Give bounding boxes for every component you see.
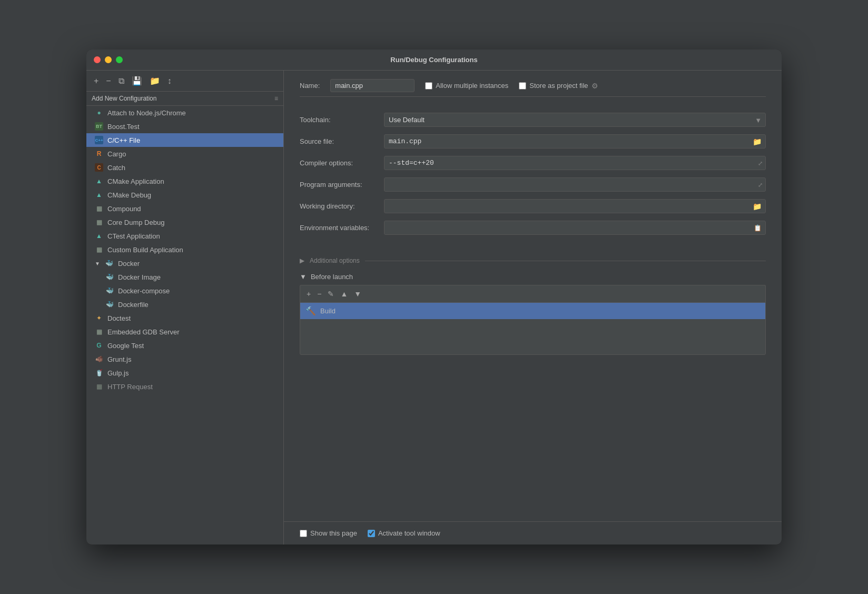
sidebar-item-doctest[interactable]: ✦ Doctest (86, 311, 283, 325)
program-args-control: ⤢ (384, 177, 766, 192)
toolchain-label: Toolchain: (300, 116, 384, 124)
program-args-expand-icon[interactable]: ⤢ (758, 181, 763, 188)
store-project-checkbox[interactable] (519, 82, 526, 90)
node-icon: ● (95, 108, 103, 117)
close-button[interactable] (94, 56, 101, 63)
sidebar-item-docker[interactable]: ▼ 🐳 Docker (86, 256, 283, 270)
sidebar-item-label: Attach to Node.js/Chrome (107, 109, 186, 117)
maximize-button[interactable] (116, 56, 123, 63)
sort-button[interactable]: ↕ (165, 75, 174, 87)
name-input[interactable]: main.cpp (330, 79, 415, 92)
gulp-icon: 🥤 (95, 369, 103, 377)
sidebar-item-label: HTTP Request (107, 383, 153, 391)
sidebar-item-label: Docker-compose (118, 287, 170, 295)
activate-window-group: Activate tool window (368, 529, 440, 537)
program-args-row: Program arguments: ⤢ (300, 177, 766, 192)
working-dir-label: Working directory: (300, 202, 384, 210)
store-project-label: Store as project file (529, 82, 588, 90)
toolchain-select-wrapper: Use Default ▼ (384, 113, 766, 127)
grunt-icon: 🐗 (95, 355, 103, 363)
sidebar-item-google-test[interactable]: G Google Test (86, 339, 283, 352)
add-config-button[interactable]: + (92, 75, 101, 87)
sidebar-item-cpp-file[interactable]: C++ C/C++ File (86, 133, 283, 147)
sidebar-item-dockerfile[interactable]: 🐳 Dockerfile (86, 298, 283, 311)
folder-button[interactable]: 📁 (147, 75, 162, 87)
sidebar-item-cargo[interactable]: R Cargo (86, 147, 283, 161)
form-section: Toolchain: Use Default ▼ Source file: (284, 102, 782, 253)
sidebar-item-custom-build[interactable]: ▦ Custom Build Application (86, 243, 283, 256)
source-file-row: Source file: 📁 (300, 134, 766, 148)
boost-icon: BT (95, 122, 103, 131)
compiler-options-input[interactable] (384, 156, 766, 170)
activate-window-checkbox[interactable] (368, 530, 375, 537)
bl-edit-button[interactable]: ✎ (326, 289, 336, 299)
core-dump-icon: ▦ (95, 218, 103, 226)
name-label: Name: (300, 82, 320, 90)
bl-up-button[interactable]: ▲ (338, 289, 350, 299)
cmake-icon: ▲ (95, 177, 103, 185)
show-page-checkbox[interactable] (300, 530, 307, 537)
allow-multiple-checkbox[interactable] (425, 82, 432, 90)
program-args-input[interactable] (384, 177, 766, 192)
sidebar-item-catch[interactable]: C Catch (86, 161, 283, 174)
docker-image-icon: 🐳 (105, 273, 114, 281)
docker-icon: 🐳 (105, 259, 114, 268)
sidebar-item-attach-node[interactable]: ● Attach to Node.js/Chrome (86, 106, 283, 120)
sidebar-item-embedded-gdb[interactable]: ▦ Embedded GDB Server (86, 325, 283, 339)
sidebar-item-compound[interactable]: ▦ Compound (86, 202, 283, 215)
save-config-button[interactable]: 💾 (130, 75, 144, 87)
sidebar-item-cmake-app[interactable]: ▲ CMake Application (86, 174, 283, 188)
working-dir-browse-icon[interactable]: 📁 (753, 202, 762, 211)
before-launch-header[interactable]: ▼ Before launch (300, 269, 766, 285)
sidebar-item-grunt[interactable]: 🐗 Grunt.js (86, 352, 283, 366)
env-vars-input[interactable] (384, 221, 766, 235)
gear-icon[interactable]: ⚙ (591, 82, 598, 90)
env-vars-row: Environment variables: 📋 (300, 221, 766, 235)
sidebar-item-ctest[interactable]: ▲ CTest Application (86, 229, 283, 243)
divider-1 (300, 96, 766, 97)
sidebar-item-label: CMake Application (107, 177, 164, 185)
bl-add-button[interactable]: + (304, 289, 313, 299)
minimize-button[interactable] (105, 56, 112, 63)
sidebar-filter-icon[interactable]: ≡ (274, 95, 278, 102)
working-dir-input[interactable] (384, 199, 766, 213)
sidebar-item-label: Google Test (107, 342, 144, 350)
docker-chevron: ▼ (95, 261, 100, 266)
source-file-input[interactable] (384, 134, 766, 148)
sidebar-item-gulp[interactable]: 🥤 Gulp.js (86, 366, 283, 380)
additional-options-arrow: ▶ (300, 257, 304, 264)
before-launch-label: Before launch (311, 273, 353, 281)
bl-down-button[interactable]: ▼ (352, 289, 363, 299)
sidebar-item-boost-test[interactable]: BT Boost.Test (86, 120, 283, 133)
cmake-debug-icon: ▲ (95, 191, 103, 199)
sidebar-header-label: Add New Configuration (92, 95, 156, 102)
sidebar: + − ⧉ 💾 📁 ↕ Add New Configuration ≡ ● At… (86, 71, 284, 544)
sidebar-item-label: Doctest (107, 314, 131, 322)
content-area: + − ⧉ 💾 📁 ↕ Add New Configuration ≡ ● At… (86, 71, 782, 544)
sidebar-item-core-dump[interactable]: ▦ Core Dump Debug (86, 215, 283, 229)
expand-icon[interactable]: ⤢ (758, 160, 763, 166)
env-vars-edit-icon[interactable]: 📋 (754, 224, 762, 232)
window-controls (94, 56, 123, 63)
sidebar-item-http-request[interactable]: ▦ HTTP Request (86, 380, 283, 393)
cargo-icon: R (95, 150, 103, 158)
sidebar-item-label: C/C++ File (107, 136, 140, 144)
sidebar-item-docker-image[interactable]: 🐳 Docker Image (86, 270, 283, 284)
toolchain-select[interactable]: Use Default (384, 113, 766, 127)
remove-config-button[interactable]: − (104, 75, 113, 87)
copy-config-button[interactable]: ⧉ (116, 75, 126, 87)
bl-item-build[interactable]: 🔨 Build (300, 303, 765, 319)
sidebar-toolbar: + − ⧉ 💾 📁 ↕ (86, 71, 283, 92)
sidebar-item-docker-compose[interactable]: 🐳 Docker-compose (86, 284, 283, 298)
compiler-options-control: ⤢ (384, 156, 766, 170)
sidebar-item-label: Grunt.js (107, 355, 132, 363)
folder-browse-icon[interactable]: 📁 (753, 137, 762, 146)
bl-remove-button[interactable]: − (315, 289, 323, 299)
cpp-icon: C++ (95, 136, 103, 144)
build-icon: 🔨 (305, 306, 316, 316)
sidebar-item-cmake-debug[interactable]: ▲ CMake Debug (86, 188, 283, 202)
additional-options-divider[interactable]: ▶ Additional options (284, 253, 782, 269)
show-page-label: Show this page (310, 529, 357, 537)
compound-icon: ▦ (95, 204, 103, 213)
name-row: Name: main.cpp Allow multiple instances … (284, 71, 782, 96)
